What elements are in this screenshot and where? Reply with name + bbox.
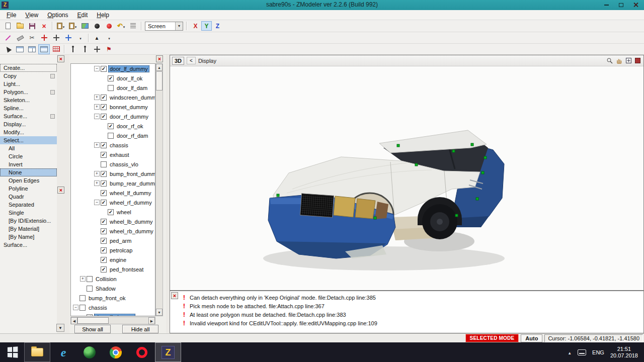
tree-visibility-checkbox[interactable] — [101, 104, 107, 110]
tree-row-door-rf-dam[interactable]: door_rf_dam — [71, 131, 155, 140]
tree-expander-plus-icon[interactable] — [94, 142, 100, 148]
texture-browser-button[interactable] — [79, 21, 91, 31]
uv-grid-button[interactable] — [50, 44, 62, 54]
tree-label[interactable]: door_rf_dam — [115, 132, 149, 139]
command-none[interactable]: None — [0, 168, 57, 176]
tree-label[interactable]: bump_rear_dummy — [108, 180, 155, 187]
scroll-thumb[interactable] — [156, 71, 163, 90]
tree-visibility-checkbox[interactable] — [101, 66, 107, 72]
menu-file[interactable]: File — [2, 10, 21, 20]
tree-label[interactable]: bump_front_dummy — [108, 170, 155, 177]
select-panel-close-button[interactable] — [57, 187, 64, 194]
tree-label[interactable]: Shadow — [94, 285, 117, 292]
tree-row-door-lf-dam[interactable]: door_lf_dam — [71, 83, 155, 93]
taskbar-internet-explorer[interactable] — [50, 342, 76, 362]
tree-visibility-checkbox[interactable] — [101, 190, 107, 196]
menu-options[interactable]: Options — [43, 10, 72, 20]
keyboard-icon[interactable] — [578, 349, 586, 355]
move-axes-button[interactable] — [50, 33, 62, 43]
tree-label[interactable]: wheel — [115, 209, 133, 216]
log-panel-close-button[interactable] — [171, 292, 178, 299]
tree-row-ped-arm[interactable]: ped_arm — [71, 236, 155, 245]
tree-label[interactable]: wheel_lf_dummy — [108, 190, 153, 197]
tree-label[interactable]: door_lf_ok — [115, 75, 144, 82]
axis-button-y[interactable]: Y — [201, 21, 212, 31]
tree-row-ped-frontseat[interactable]: ped_frontseat — [71, 264, 155, 274]
tree-expander-plus-icon[interactable] — [94, 180, 100, 186]
menu-help[interactable]: Help — [92, 10, 114, 20]
command-surface[interactable]: Surface... — [0, 241, 57, 249]
tree-horizontal-scrollbar[interactable]: ◀ ▶ — [70, 317, 155, 324]
tree-row-bump-front-dummy[interactable]: bump_front_dummy — [71, 169, 155, 178]
tree-visibility-checkbox[interactable] — [101, 266, 107, 273]
render-button[interactable] — [103, 21, 115, 31]
command-separated[interactable]: Separated — [0, 201, 57, 209]
viewport-canvas[interactable] — [170, 66, 643, 291]
command-spline[interactable]: Spline... — [0, 104, 57, 112]
hide-all-button[interactable]: Hide all — [122, 325, 158, 333]
menu-view[interactable]: View — [21, 10, 43, 20]
tree-row-bump-rear-dummy[interactable]: bump_rear_dummy — [71, 178, 155, 188]
command-create[interactable]: Create... — [0, 64, 57, 72]
tree-label[interactable]: bump_front_ok — [87, 295, 127, 302]
tree-label[interactable]: engine — [108, 256, 128, 263]
close-button[interactable] — [629, 1, 642, 9]
tree-row-windscreen-dummy[interactable]: windscreen_dummy — [71, 93, 155, 102]
tree-row-door-rf-dummy[interactable]: door_rf_dummy — [71, 112, 155, 121]
paste-button[interactable] — [55, 21, 66, 31]
tree-row-bonnet-dummy[interactable]: bonnet_dummy — [71, 102, 155, 112]
dropdown-arrow-icon[interactable] — [62, 23, 65, 29]
command-skeleton[interactable]: Skeleton... — [0, 96, 57, 104]
clock[interactable]: 21:51 20.07.2018 — [610, 346, 638, 359]
command-single[interactable]: Single — [0, 209, 57, 217]
tree-row-exhaust[interactable]: exhaust — [71, 150, 155, 159]
menu-edit[interactable]: Edit — [73, 10, 93, 20]
tree-label[interactable]: ped_frontseat — [108, 266, 145, 273]
scroll-thumb-horizontal[interactable] — [77, 317, 109, 324]
history-list-button[interactable] — [127, 21, 139, 31]
tree-label[interactable]: chassis_vlo — [108, 161, 140, 168]
scroll-left-button[interactable]: ◀ — [71, 317, 77, 324]
tree-label[interactable]: door_rf_dummy — [108, 113, 150, 120]
tree-expander-minus-icon[interactable] — [94, 66, 100, 71]
material-editor-button[interactable] — [91, 21, 103, 31]
command-panel-scroll-down-button[interactable] — [56, 324, 64, 332]
axes-options-button[interactable] — [74, 33, 86, 43]
tree-visibility-checkbox[interactable] — [108, 133, 114, 139]
command-option-box[interactable] — [50, 74, 55, 78]
tree-row-door-lf-ok[interactable]: door_lf_ok — [71, 73, 155, 83]
tree-expander-minus-icon[interactable] — [94, 200, 100, 205]
taskbar-opera[interactable] — [129, 342, 155, 362]
command-invert[interactable]: Invert — [0, 160, 57, 168]
command-by-name[interactable]: [By Name] — [0, 233, 57, 241]
command-circle[interactable]: Circle — [0, 152, 57, 160]
tree-row-door-lf-dummy[interactable]: door_lf_dummy — [71, 64, 155, 73]
bone-tool-button[interactable] — [67, 44, 78, 54]
start-button[interactable] — [0, 342, 24, 362]
viewport-view-selector[interactable]: Display — [198, 58, 216, 64]
command-display[interactable]: Display... — [0, 120, 57, 128]
tree-label[interactable]: wheel_lb_dummy — [108, 218, 154, 225]
tree-row-engine[interactable]: engine — [71, 255, 155, 264]
tree-label[interactable]: wheel_rb_dummy — [108, 228, 155, 235]
tree-row-wheel-rf-dummy[interactable]: wheel_rf_dummy — [71, 198, 155, 207]
animate-tool-button[interactable] — [91, 44, 103, 54]
scroll-track[interactable] — [109, 317, 148, 324]
tree-expander-plus-icon[interactable] — [94, 95, 100, 100]
dropdown-arrow-icon[interactable] — [123, 23, 125, 29]
tree-label[interactable]: petrolcap — [108, 247, 134, 254]
tree-visibility-checkbox[interactable] — [108, 123, 114, 129]
command-polyline[interactable]: Polyline — [0, 185, 57, 193]
tree-row-bump-front-ok[interactable]: bump_front_ok — [71, 293, 155, 303]
tree-visibility-checkbox[interactable] — [108, 75, 114, 81]
tree-row-petrolcap[interactable]: petrolcap — [71, 245, 155, 255]
wand-tool-button[interactable] — [2, 33, 14, 43]
axis-button-x[interactable]: X — [190, 21, 201, 31]
tree-visibility-checkbox[interactable] — [101, 114, 107, 120]
cut-tool-button[interactable] — [26, 33, 38, 43]
new-file-button[interactable] — [2, 21, 14, 31]
delete-button[interactable] — [38, 21, 50, 31]
tree-visibility-checkbox[interactable] — [101, 152, 107, 158]
tree-panel-close-button[interactable] — [156, 55, 163, 62]
tree-row-door-rf-ok[interactable]: door_rf_ok — [71, 121, 155, 131]
